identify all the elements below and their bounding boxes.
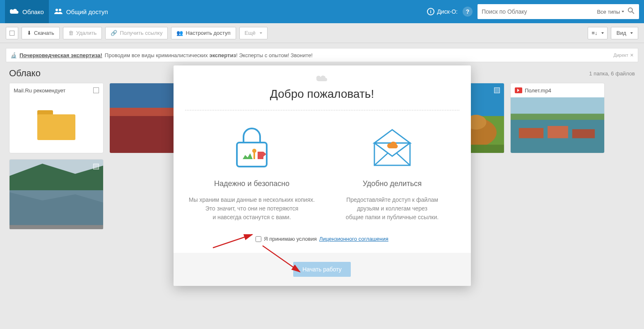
search-type-dropdown[interactable]: Все типы	[597, 9, 624, 15]
sort-icon: ≡↓	[591, 30, 597, 36]
close-icon: ✕	[630, 53, 634, 58]
svg-rect-29	[258, 152, 263, 159]
nav-shared-label: Общий доступ	[66, 8, 108, 15]
setup-access-button[interactable]: 👥Настроить доступ	[171, 27, 236, 39]
accept-label: Я принимаю условия	[264, 236, 317, 242]
nav-shared[interactable]: Общий доступ	[49, 0, 113, 23]
modal-col-secure: Надежно и безопасно Мы храним ваши данны…	[186, 123, 318, 222]
col2-title: Удобно делиться	[326, 179, 458, 188]
cloud-decoration-icon	[174, 65, 471, 84]
svg-rect-18	[572, 129, 595, 138]
svg-point-2	[628, 8, 632, 12]
file-checkbox[interactable]	[93, 164, 99, 169]
video-name: Полет.mp4	[525, 87, 551, 94]
modal-footer: Начать работу	[174, 253, 471, 286]
video-icon	[515, 87, 522, 93]
modal-col-share: Удобно делиться Предоставляйте доступ к …	[326, 123, 458, 222]
sort-button[interactable]: ≡↓	[588, 27, 608, 39]
select-all-checkbox[interactable]	[6, 27, 18, 39]
cloud-icon	[10, 8, 19, 16]
help-icon[interactable]: ?	[463, 7, 473, 17]
delete-button[interactable]: 🗑Удалить	[63, 27, 102, 39]
folder-icon	[37, 110, 75, 140]
svg-rect-24	[10, 225, 103, 229]
people-icon	[54, 8, 63, 16]
license-link[interactable]: Лицензионного соглашения	[319, 236, 388, 242]
accept-checkbox[interactable]	[256, 236, 261, 242]
view-button[interactable]: Вид	[611, 27, 638, 39]
ad-icon: 🔬	[10, 52, 17, 58]
ad-text: Проводим все виды криминалистических экс…	[105, 52, 313, 58]
disko-label: Диск-О:	[437, 8, 458, 15]
people-icon: 👥	[176, 30, 183, 36]
video-card[interactable]: Полет.mp4	[510, 83, 605, 153]
ad-close[interactable]: Директ ✕	[613, 53, 634, 58]
file-checkbox[interactable]	[93, 87, 99, 93]
get-link-button[interactable]: 🔗Получить ссылку	[105, 27, 168, 39]
col1-title: Надежно и безопасно	[186, 179, 318, 188]
folder-card[interactable]: Mail.Ru рекомендует	[9, 83, 104, 153]
modal-title: Добро пожаловать!	[174, 84, 471, 110]
link-icon: 🔗	[111, 30, 117, 36]
photo-card-3[interactable]	[9, 159, 104, 230]
lock-icon	[231, 125, 273, 171]
accept-row: Я принимаю условия Лицензионного соглаше…	[174, 232, 471, 253]
folder-name: Mail.Ru рекомендует	[14, 87, 65, 94]
disko-icon: i	[427, 8, 434, 15]
search-icon[interactable]	[627, 7, 635, 17]
ad-title[interactable]: Почерковедческая экспертиза!	[19, 52, 102, 58]
content-count: 1 папка, 6 файлов	[589, 70, 635, 77]
file-checkbox[interactable]	[494, 87, 500, 93]
start-button[interactable]: Начать работу	[293, 262, 351, 277]
breadcrumb-title: Облако	[9, 68, 41, 79]
download-button[interactable]: ⬇Скачать	[22, 27, 60, 39]
envelope-icon	[369, 127, 415, 169]
svg-rect-19	[511, 114, 604, 120]
svg-point-1	[59, 9, 61, 11]
trash-icon: 🗑	[68, 30, 74, 36]
col2-text: Предоставляйте доступ к файлам друзьям и…	[326, 196, 458, 222]
ad-banner: 🔬 Почерковедческая экспертиза! Проводим …	[6, 48, 638, 62]
col1-text: Мы храним ваши данные в нескольких копия…	[186, 196, 318, 222]
svg-marker-32	[374, 130, 410, 143]
welcome-modal: Добро пожаловать! Надежно и безопасно	[174, 65, 471, 286]
svg-point-28	[252, 149, 256, 153]
svg-rect-16	[519, 128, 543, 138]
svg-point-0	[55, 9, 58, 11]
svg-line-3	[632, 12, 634, 14]
nav-cloud[interactable]: Облако	[5, 0, 49, 23]
top-header: Облако Общий доступ i Диск-О: ? Все типы	[0, 0, 644, 23]
svg-rect-17	[548, 126, 568, 138]
download-icon: ⬇	[27, 30, 31, 36]
modal-divider	[185, 110, 459, 111]
nav-cloud-label: Облако	[22, 8, 44, 15]
search-box: Все типы	[478, 4, 639, 19]
disko-link[interactable]: i Диск-О:	[427, 8, 458, 15]
search-input[interactable]	[482, 8, 593, 15]
more-button[interactable]: Ещё	[239, 27, 268, 39]
toolbar: ⬇Скачать 🗑Удалить 🔗Получить ссылку 👥Наст…	[0, 23, 644, 43]
